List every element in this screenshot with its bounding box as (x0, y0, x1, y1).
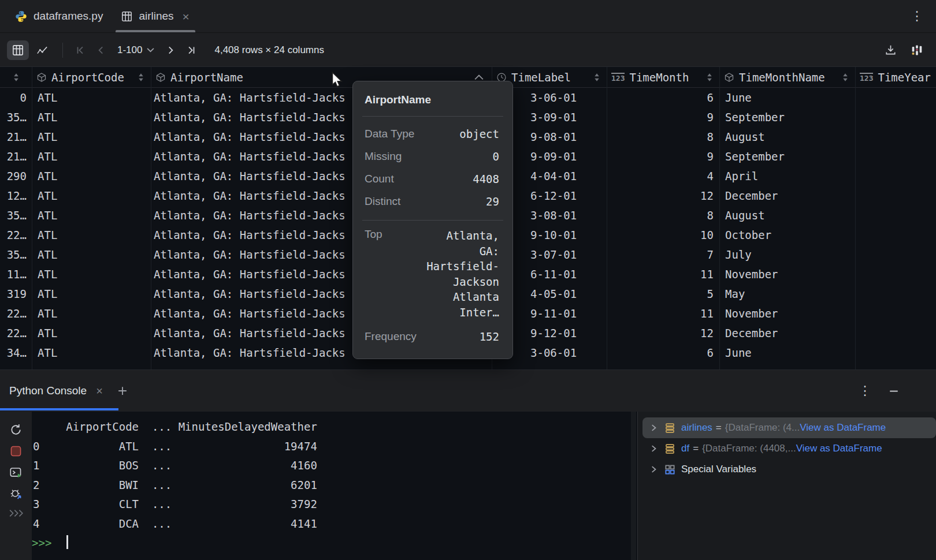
airport-code-cell[interactable]: ATL (32, 88, 151, 107)
time-month-cell[interactable]: 6 (607, 88, 719, 107)
time-year-cell[interactable] (855, 186, 936, 206)
time-month-name-cell[interactable]: September (719, 147, 855, 166)
console-prompt-line[interactable]: >>> (32, 533, 627, 553)
airport-code-cell[interactable]: ATL (32, 166, 151, 186)
settings-sliders-icon[interactable] (911, 44, 923, 57)
airport-code-cell[interactable]: ATL (32, 343, 151, 363)
time-year-cell[interactable] (855, 264, 936, 284)
column-header-timeyear[interactable]: 123 TimeYear (855, 67, 936, 87)
row-index-cell[interactable]: 22… (0, 323, 32, 343)
time-month-name-cell[interactable]: May (719, 284, 855, 304)
airport-code-cell[interactable]: ATL (32, 245, 151, 264)
console-scrollbar[interactable] (631, 412, 636, 560)
row-index-cell[interactable]: 0 (0, 88, 32, 107)
time-month-cell[interactable]: 9 (607, 147, 719, 166)
variable-row-df[interactable]: df={DataFrame: (4408,...View as DataFram… (638, 438, 936, 459)
column-header-airportcode[interactable]: AirportCode (32, 67, 151, 87)
tab-dataframes-py[interactable]: dataframes.py (6, 0, 112, 32)
time-month-cell[interactable]: 8 (607, 127, 719, 147)
row-index-cell[interactable]: 290 (0, 166, 32, 186)
variable-row-special-variables[interactable]: Special Variables (638, 459, 936, 480)
more-options-icon[interactable]: ⋮ (911, 9, 923, 24)
row-index-cell[interactable]: 35… (0, 107, 32, 127)
time-month-name-cell[interactable]: December (719, 186, 855, 206)
time-month-cell[interactable]: 8 (607, 206, 719, 225)
time-year-cell[interactable] (855, 284, 936, 304)
table-view-button[interactable] (7, 40, 29, 60)
first-page-button[interactable] (70, 42, 91, 59)
time-year-cell[interactable] (855, 225, 936, 245)
column-header-timemonthname[interactable]: TimeMonthName (719, 67, 855, 87)
time-month-name-cell[interactable]: August (719, 206, 855, 225)
row-index-cell[interactable]: 21… (0, 147, 32, 166)
rerun-icon[interactable] (9, 423, 23, 436)
page-range-dropdown[interactable]: 1-100 (112, 44, 160, 56)
stop-icon[interactable] (9, 445, 23, 458)
expand-chevron-icon[interactable] (649, 445, 658, 453)
time-year-cell[interactable] (855, 343, 936, 363)
chart-view-button[interactable] (31, 40, 53, 60)
time-month-name-cell[interactable]: December (719, 323, 855, 343)
expand-chevron-icon[interactable] (649, 424, 658, 432)
time-year-cell[interactable] (855, 323, 936, 343)
row-index-cell[interactable]: 319 (0, 284, 32, 304)
time-month-cell[interactable]: 10 (607, 225, 719, 245)
view-as-dataframe-link[interactable]: View as DataFrame (800, 422, 886, 434)
time-month-cell[interactable]: 11 (607, 264, 719, 284)
time-month-cell[interactable]: 4 (607, 166, 719, 186)
time-month-cell[interactable]: 9 (607, 107, 719, 127)
time-year-cell[interactable] (855, 127, 936, 147)
row-index-cell[interactable]: 11… (0, 264, 32, 284)
time-month-name-cell[interactable]: October (719, 225, 855, 245)
airport-code-cell[interactable]: ATL (32, 284, 151, 304)
console-history-icon[interactable] (9, 509, 24, 518)
row-index-cell[interactable]: 21… (0, 127, 32, 147)
time-month-name-cell[interactable]: April (719, 166, 855, 186)
time-month-cell[interactable]: 12 (607, 323, 719, 343)
time-month-cell[interactable]: 7 (607, 245, 719, 264)
time-month-name-cell[interactable]: June (719, 343, 855, 363)
time-year-cell[interactable] (855, 245, 936, 264)
tab-python-console[interactable]: Python Console (9, 384, 87, 397)
row-index-cell[interactable]: 22… (0, 304, 32, 323)
airport-code-cell[interactable]: ATL (32, 304, 151, 323)
expand-chevron-icon[interactable] (649, 465, 658, 473)
add-console-icon[interactable] (117, 385, 128, 397)
row-index-cell[interactable]: 35… (0, 206, 32, 225)
row-index-cell[interactable]: 34… (0, 343, 32, 363)
airport-code-cell[interactable]: ATL (32, 225, 151, 245)
column-header-index[interactable] (0, 67, 32, 87)
time-year-cell[interactable] (855, 304, 936, 323)
airport-code-cell[interactable]: ATL (32, 323, 151, 343)
time-month-name-cell[interactable]: August (719, 127, 855, 147)
next-page-button[interactable] (160, 42, 181, 59)
airport-code-cell[interactable]: ATL (32, 127, 151, 147)
time-month-cell[interactable]: 5 (607, 284, 719, 304)
time-month-name-cell[interactable]: July (719, 245, 855, 264)
time-year-cell[interactable] (855, 166, 936, 186)
column-header-timemonth[interactable]: 123 TimeMonth (607, 67, 719, 87)
time-year-cell[interactable] (855, 88, 936, 107)
row-index-cell[interactable]: 22… (0, 225, 32, 245)
export-download-icon[interactable] (885, 44, 897, 56)
console-options-icon[interactable]: ⋮ (859, 383, 871, 398)
time-month-name-cell[interactable]: June (719, 88, 855, 107)
airport-code-cell[interactable]: ATL (32, 147, 151, 166)
close-icon[interactable]: × (96, 384, 103, 398)
time-month-cell[interactable]: 6 (607, 343, 719, 363)
variable-row-airlines[interactable]: airlines={DataFrame: (4...View as DataFr… (642, 417, 936, 438)
time-year-cell[interactable] (855, 206, 936, 225)
time-month-name-cell[interactable]: November (719, 264, 855, 284)
time-month-name-cell[interactable]: September (719, 107, 855, 127)
time-month-name-cell[interactable]: November (719, 304, 855, 323)
last-page-button[interactable] (181, 42, 202, 59)
row-index-cell[interactable]: 12… (0, 186, 32, 206)
airport-code-cell[interactable]: ATL (32, 206, 151, 225)
time-year-cell[interactable] (855, 147, 936, 166)
time-month-cell[interactable]: 12 (607, 186, 719, 206)
close-icon[interactable]: × (183, 10, 190, 23)
previous-page-button[interactable] (91, 42, 112, 59)
airport-code-cell[interactable]: ATL (32, 264, 151, 284)
row-index-cell[interactable]: 35… (0, 245, 32, 264)
airport-code-cell[interactable]: ATL (32, 107, 151, 127)
